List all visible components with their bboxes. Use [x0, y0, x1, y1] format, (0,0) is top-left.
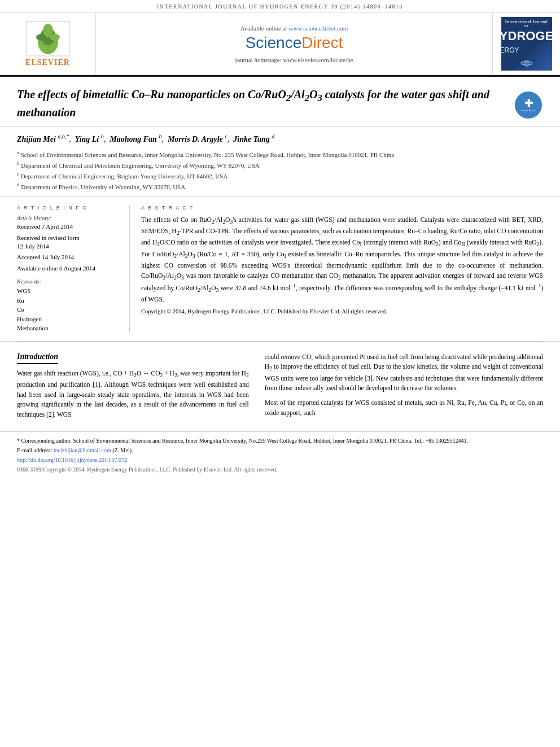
journal-homepage-line: journal homepage: www.elsevier.com/locat…: [235, 56, 353, 63]
svg-point-9: [524, 60, 526, 62]
available-online-text: Available online at www.sciencedirect.co…: [240, 25, 348, 32]
crossmark-badge[interactable]: ✚ CrossMark: [515, 91, 543, 120]
keyword-hydrogen: Hydrogen: [17, 314, 120, 324]
introduction-right-text: could remove CO, which prevented Pt used…: [265, 352, 543, 394]
author-3: Maohong Fan: [110, 134, 157, 143]
affiliation-a: a School of Environmental Sciences and R…: [17, 149, 543, 159]
footer-email-link[interactable]: meizhijian@hotmail.com: [54, 447, 111, 453]
accepted-date: Accepted 14 July 2014: [17, 253, 120, 261]
abstract-copyright: Copyright © 2014, Hydrogen Energy Public…: [141, 308, 543, 316]
introduction-left-column: Introduction Water gas shift reaction (W…: [17, 352, 259, 420]
keywords-list: WGS Ru Co Hydrogen Methanation: [17, 286, 120, 333]
elsevier-text: ELSEVIER: [25, 58, 70, 67]
introduction-right-text-2: Most of the reported catalysts for WGS c…: [265, 398, 543, 418]
authors-line: Zhijian Mei a,b,*, Ying Li b, Maohong Fa…: [17, 132, 543, 146]
abstract-heading: A B S T R A C T: [141, 205, 543, 211]
article-info-column: A R T I C L E I N F O Article history: R…: [17, 205, 130, 333]
author-2: Ying Li: [75, 134, 99, 143]
header: ELSEVIER Available online at www.science…: [0, 12, 560, 77]
affiliations: a School of Environmental Sciences and R…: [17, 149, 543, 192]
received-date-1: Received 7 April 2014: [17, 222, 120, 231]
keywords-label: Keywords:: [17, 278, 120, 285]
article-history: Article history: Received 7 April 2014 R…: [17, 215, 120, 273]
sciencedirect-link[interactable]: www.sciencedirect.com: [288, 25, 348, 32]
journal-cover-planet-icon: [515, 57, 538, 68]
footer-doi-link[interactable]: http://dx.doi.org/10.1016/j.ijhydene.201…: [17, 457, 127, 463]
authors-section: Zhijian Mei a,b,*, Ying Li b, Maohong Fa…: [0, 126, 560, 198]
keywords-block: Keywords: WGS Ru Co Hydrogen Methanation: [17, 278, 120, 333]
keyword-wgs: WGS: [17, 286, 120, 296]
footer-doi-line: http://dx.doi.org/10.1016/j.ijhydene.201…: [17, 456, 543, 464]
article-info-heading: A R T I C L E I N F O: [17, 205, 120, 211]
journal-cover-hydrogen: HYDROGENENERGY: [501, 30, 552, 55]
affiliation-d: d Department of Physics, University of W…: [17, 181, 543, 191]
affiliation-c: c Department of Chemical Engineering, Br…: [17, 171, 543, 181]
crossmark-cross-icon: ✚: [524, 98, 533, 108]
journal-cover-section: International Journal of HYDROGENENERGY: [492, 12, 560, 75]
svg-point-7: [523, 60, 530, 67]
article-title-container: The effects of bimetallic Co–Ru nanopart…: [17, 87, 509, 120]
footer-corresponding: * Corresponding author. School of Enviro…: [17, 436, 543, 445]
journal-homepage-link[interactable]: www.elsevier.com/locate/he: [283, 56, 353, 63]
introduction-left-text: Water gas shift reaction (WGS), i.e., CO…: [17, 369, 249, 420]
article-info-abstract-section: A R T I C L E I N F O Article history: R…: [0, 197, 560, 341]
introduction-section: Introduction Water gas shift reaction (W…: [0, 342, 560, 426]
crossmark-label: CrossMark: [521, 109, 536, 112]
journal-banner: INTERNATIONAL JOURNAL OF HYDROGEN ENERGY…: [0, 0, 560, 12]
keyword-co: Co: [17, 305, 120, 314]
abstract-body: The effects of Co on RuO2/Al2O3's activi…: [141, 215, 543, 304]
article-title-section: The effects of bimetallic Co–Ru nanopart…: [0, 77, 560, 126]
svg-point-4: [36, 34, 46, 41]
sciencedirect-brand: ScienceDirect: [246, 34, 343, 52]
footer-email-line: E-mail address: meizhijian@hotmail.com (…: [17, 446, 543, 455]
affiliation-b: b Department of Chemical and Petroleum E…: [17, 160, 543, 170]
svg-point-5: [50, 34, 60, 41]
article-title: The effects of bimetallic Co–Ru nanopart…: [17, 87, 509, 120]
author-5: Jinke Tang: [233, 134, 269, 143]
elsevier-tree-icon: [25, 20, 71, 57]
sciencedirect-section: Available online at www.sciencedirect.co…: [96, 12, 492, 75]
introduction-right-column: could remove CO, which prevented Pt used…: [259, 352, 543, 420]
author-4: Morris D. Argyle: [168, 134, 223, 143]
page-footer: * Corresponding author. School of Enviro…: [0, 431, 560, 476]
elsevier-logo: ELSEVIER: [25, 20, 71, 67]
introduction-heading: Introduction: [17, 352, 58, 364]
abstract-column: A B S T R A C T The effects of Co on RuO…: [130, 205, 543, 333]
journal-cover-image: International Journal of HYDROGENENERGY: [501, 17, 552, 71]
author-1: Zhijian Mei: [17, 134, 56, 143]
history-label: Article history:: [17, 215, 120, 221]
elsevier-logo-section: ELSEVIER: [0, 12, 96, 75]
keyword-ru: Ru: [17, 296, 120, 305]
journal-cover-title: International Journal of: [503, 19, 550, 29]
banner-text: INTERNATIONAL JOURNAL OF HYDROGEN ENERGY…: [157, 3, 403, 10]
footer-bottom-line: 0360-3199/Copyright © 2014, Hydrogen Ene…: [17, 466, 543, 473]
keyword-methanation: Methanation: [17, 324, 120, 333]
available-online-date: Available online 6 August 2014: [17, 264, 120, 273]
received-revised: Received in revised form12 July 2014: [17, 234, 120, 251]
